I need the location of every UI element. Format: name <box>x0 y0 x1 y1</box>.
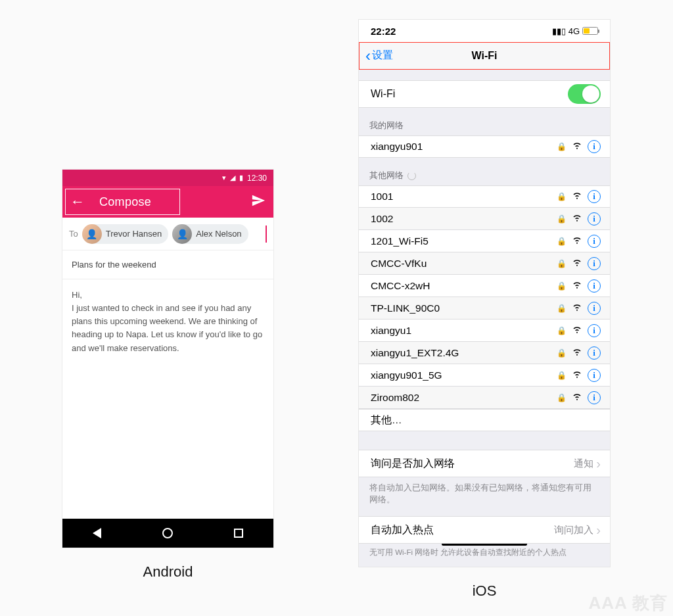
network-name: xiangyu1 <box>371 325 557 337</box>
android-phone: ▾ ◢ ▮ 12:30 ← Compose To 👤 Trevor Hansen <box>62 170 273 548</box>
lock-icon: 🔒 <box>557 348 567 358</box>
lock-icon: 🔒 <box>557 192 567 201</box>
battery-icon <box>582 27 598 35</box>
nav-recents-icon[interactable] <box>234 529 243 538</box>
wifi-signal-icon <box>572 191 582 202</box>
lock-icon: 🔒 <box>557 371 567 380</box>
info-icon[interactable]: i <box>588 279 601 293</box>
network-name: CMCC-x2wH <box>371 280 557 292</box>
wifi-signal-icon <box>572 258 582 270</box>
auto-join-label: 自动加入热点 <box>371 523 554 537</box>
auto-join-value: 询问加入 <box>554 524 593 536</box>
wifi-signal-icon <box>572 213 582 225</box>
wifi-label: Wi-Fi <box>371 88 568 100</box>
lock-icon: 🔒 <box>557 326 567 335</box>
info-icon[interactable]: i <box>588 140 601 153</box>
wifi-network-row[interactable]: TP-LINK_90C0🔒i <box>359 297 610 320</box>
auto-join-hotspot-row[interactable]: 自动加入热点 询问加入 › <box>359 516 610 544</box>
section-other-label: 其他网络 <box>369 170 404 181</box>
info-icon[interactable]: i <box>588 235 601 248</box>
signal-icon: ▮▮▯ <box>552 26 566 36</box>
lock-icon: 🔒 <box>557 214 567 224</box>
subject-field[interactable]: Plans for the weekend <box>62 250 273 279</box>
info-icon[interactable]: i <box>588 391 601 404</box>
network-name: xiangyu901 <box>371 141 557 153</box>
recipient-chip[interactable]: 👤 Alex Nelson <box>172 224 248 244</box>
network-name: xiangyu901_5G <box>371 369 557 381</box>
ask-to-join-row[interactable]: 询问是否加入网络 通知 › <box>359 450 610 477</box>
wifi-network-row[interactable]: CMCC-x2wH🔒i <box>359 275 610 297</box>
section-my-networks: 我的网络 <box>359 108 610 135</box>
chevron-right-icon: › <box>596 456 601 471</box>
network-name: 1002 <box>371 213 557 225</box>
lock-icon: 🔒 <box>557 281 567 291</box>
network-name: xiangyu1_EXT2.4G <box>371 347 557 359</box>
nav-back-icon[interactable] <box>93 528 101 538</box>
wifi-network-row[interactable]: Ziroom802🔒i <box>359 387 610 409</box>
wifi-network-row[interactable]: xiangyu901🔒i <box>359 135 610 158</box>
ask-to-join-value: 通知 <box>574 458 593 470</box>
network-name: Ziroom802 <box>371 392 557 404</box>
bottom-truncated-label: 无可用 Wi-Fi 网络时 允许此设备自动查找附近的个人热点 <box>369 548 567 556</box>
network-name: CMCC-VfKu <box>371 258 557 270</box>
android-status-bar: ▾ ◢ ▮ 12:30 <box>62 170 273 186</box>
info-icon[interactable]: i <box>588 257 601 270</box>
wifi-network-row[interactable]: xiangyu901_5G🔒i <box>359 364 610 387</box>
recipient-name: Alex Nelson <box>196 229 241 239</box>
ask-footer-text: 将自动加入已知网络。如果没有已知网络，将通知您有可用网络。 <box>359 477 610 516</box>
wifi-network-row[interactable]: 1002🔒i <box>359 208 610 230</box>
info-icon[interactable]: i <box>588 346 601 360</box>
nav-home-icon[interactable] <box>162 528 173 538</box>
android-nav-bar <box>62 519 273 548</box>
lock-icon: 🔒 <box>557 393 567 402</box>
wifi-signal-icon <box>572 235 582 247</box>
wifi-network-row[interactable]: xiangyu1_EXT2.4G🔒i <box>359 342 610 364</box>
status-time: 22:22 <box>371 26 396 37</box>
body-field[interactable]: Hi, I just wanted to check in and see if… <box>62 279 273 519</box>
android-app-bar: ← Compose <box>62 186 273 218</box>
recipient-row[interactable]: To 👤 Trevor Hansen 👤 Alex Nelson <box>62 218 273 250</box>
ios-phone: 22:22 ▮▮▯ 4G ‹ 设置 Wi-Fi Wi-Fi 我的网络 <box>359 20 610 567</box>
battery-icon: ▮ <box>239 174 243 182</box>
lock-icon: 🔒 <box>557 142 567 151</box>
wifi-network-row[interactable]: 1001🔒i <box>359 185 610 208</box>
network-name: TP-LINK_90C0 <box>371 302 557 314</box>
wifi-network-row[interactable]: CMCC-VfKu🔒i <box>359 252 610 275</box>
recipient-chip[interactable]: 👤 Trevor Hansen <box>82 224 169 244</box>
section-other-networks: 其他网络 <box>359 158 610 185</box>
signal-icon: ◢ <box>230 174 235 182</box>
wifi-signal-icon <box>572 347 582 359</box>
wifi-network-row[interactable]: xiangyu1🔒i <box>359 320 610 342</box>
wifi-signal-icon <box>572 280 582 292</box>
lock-icon: 🔒 <box>557 259 567 268</box>
other-label: 其他… <box>371 414 601 427</box>
info-icon[interactable]: i <box>588 324 601 337</box>
home-indicator <box>442 544 527 546</box>
text-cursor <box>266 225 267 243</box>
wifi-signal-icon <box>572 325 582 337</box>
info-icon[interactable]: i <box>588 302 601 315</box>
network-name: 1001 <box>371 191 557 202</box>
wifi-signal-icon <box>572 369 582 381</box>
caption-android: Android <box>143 563 193 580</box>
other-network-manual[interactable]: 其他… <box>359 409 610 431</box>
nav-title: Wi-Fi <box>359 50 610 62</box>
chevron-right-icon: › <box>596 523 601 538</box>
ios-status-bar: 22:22 ▮▮▯ 4G <box>359 20 610 42</box>
avatar-icon: 👤 <box>172 224 192 244</box>
avatar-icon: 👤 <box>82 224 102 244</box>
wifi-toggle-row: Wi-Fi <box>359 80 610 108</box>
wifi-signal-icon <box>572 302 582 314</box>
recipient-name: Trevor Hansen <box>106 229 162 239</box>
info-icon[interactable]: i <box>588 190 601 203</box>
to-label: To <box>69 229 78 239</box>
watermark: AAA 教育 <box>588 592 668 615</box>
info-icon[interactable]: i <box>588 212 601 225</box>
wifi-network-row[interactable]: 1201_Wi-Fi5🔒i <box>359 230 610 252</box>
network-label: 4G <box>569 26 580 36</box>
caption-ios: iOS <box>473 582 497 600</box>
info-icon[interactable]: i <box>588 369 601 382</box>
wifi-signal-icon <box>572 141 582 153</box>
send-icon[interactable] <box>251 193 266 210</box>
wifi-toggle[interactable] <box>568 84 601 104</box>
